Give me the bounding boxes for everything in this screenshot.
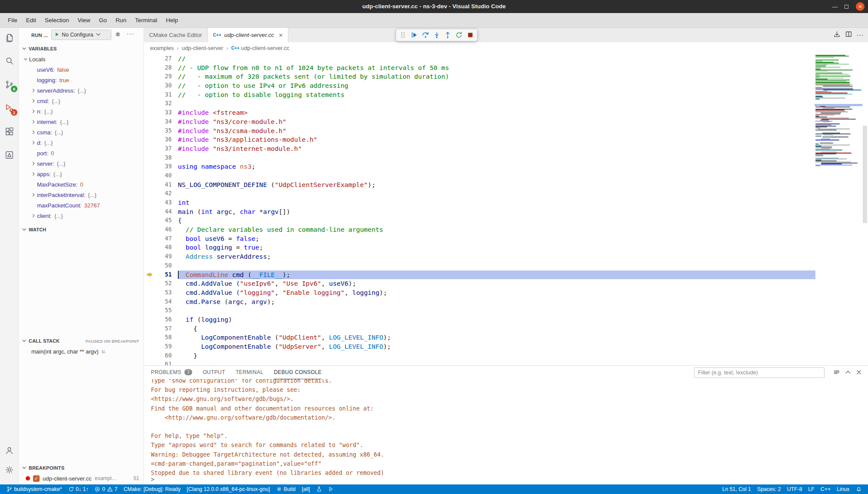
code-line[interactable]: 50	[144, 261, 815, 270]
code-line[interactable]: 31// - option to disable logging stateme…	[144, 90, 815, 100]
activity-explorer[interactable]	[0, 28, 18, 47]
console-menu-icon[interactable]	[833, 369, 840, 377]
breakpoint-margin[interactable]	[144, 81, 155, 90]
variables-section-header[interactable]: VARIABLES	[19, 43, 144, 54]
code-line[interactable]: 47 bool useV6 = false;	[144, 234, 815, 244]
activity-source-control[interactable]: 6	[0, 75, 18, 94]
menu-item-edit[interactable]: Edit	[22, 15, 40, 26]
breakpoint-margin[interactable]	[144, 72, 155, 81]
code-line[interactable]: 61	[144, 360, 815, 365]
watch-section-header[interactable]: WATCH	[19, 224, 144, 235]
breakpoint-margin[interactable]	[144, 154, 155, 163]
minimap[interactable]	[815, 53, 861, 167]
breakpoint-margin[interactable]	[144, 108, 155, 117]
breakpoint-margin[interactable]	[144, 315, 155, 324]
breadcrumb-item-examples[interactable]: examples	[150, 45, 174, 51]
console-filter-input[interactable]	[694, 367, 825, 378]
variable-row[interactable]: client:{...}	[19, 210, 144, 221]
breakpoint-margin[interactable]	[144, 54, 155, 63]
code-line[interactable]: 57 {	[144, 324, 815, 334]
breakpoint-margin[interactable]	[144, 351, 155, 360]
close-button[interactable]: ✕	[856, 2, 865, 11]
panel-tab-terminal[interactable]: TERMINAL	[236, 366, 264, 379]
breakpoint-margin[interactable]	[144, 180, 155, 190]
stop-button[interactable]	[464, 30, 476, 41]
restart-button[interactable]	[454, 30, 465, 41]
step-into-button[interactable]	[431, 30, 442, 41]
close-panel-icon[interactable]	[855, 369, 862, 377]
breakpoint-margin[interactable]	[144, 189, 155, 198]
activity-cmake[interactable]	[0, 145, 18, 164]
restore-button[interactable]	[842, 0, 851, 13]
breakpoint-margin[interactable]	[144, 117, 155, 127]
activity-search[interactable]	[0, 51, 18, 70]
status-tools[interactable]: Build	[273, 484, 299, 494]
variable-row[interactable]: maxPacketCount:32767	[19, 200, 144, 210]
code-line[interactable]: 27//	[144, 54, 815, 63]
call-stack-frame[interactable]: main(int argc, char ** argv)u.	[19, 346, 144, 357]
breakpoint-checkbox[interactable]: ✓	[33, 475, 40, 482]
menu-item-selection[interactable]: Selection	[40, 15, 73, 26]
variable-row[interactable]: logging:true	[19, 75, 144, 85]
code-line[interactable]: 34#include "ns3/core-module.h"	[144, 117, 815, 127]
breakpoints-section-header[interactable]: BREAKPOINTS	[19, 463, 144, 473]
variable-row[interactable]: apps:{...}	[19, 169, 144, 179]
code-line[interactable]: 44main (int argc, char *argv[])	[144, 207, 815, 217]
breakpoint-margin[interactable]	[144, 144, 155, 154]
code-line[interactable]: 39using namespace ns3;	[144, 162, 815, 171]
status-error[interactable]: 07	[91, 484, 120, 494]
breakpoint-margin[interactable]	[144, 63, 155, 73]
breakpoint-margin[interactable]	[144, 261, 155, 270]
breakpoint-margin[interactable]	[144, 135, 155, 144]
status-all[interactable]: [all]	[299, 484, 313, 494]
status-git-branch[interactable]: buildsystem-cmake*	[3, 484, 65, 494]
code-line[interactable]: 48 bool logging = true;	[144, 243, 815, 252]
activity-extensions[interactable]	[0, 122, 18, 141]
code-line[interactable]: 32	[144, 99, 815, 108]
breakpoint-margin[interactable]	[144, 252, 155, 261]
variable-row[interactable]: MaxPacketSize:0	[19, 179, 144, 190]
activity-run-and-debug[interactable]: 1	[0, 98, 18, 117]
status-sync[interactable]: 0↓ 1↑	[65, 484, 92, 494]
status-bell[interactable]	[853, 484, 865, 494]
variable-row[interactable]: d:{...}	[19, 137, 144, 148]
code-line[interactable]: 43int	[144, 198, 815, 207]
minimize-button[interactable]: —	[831, 0, 839, 13]
code-line[interactable]: 51 CommandLine cmd (__FILE__);	[144, 270, 815, 280]
status-spaces-2[interactable]: Spaces: 2	[754, 484, 784, 494]
activity-settings[interactable]	[0, 460, 18, 479]
more-actions-icon[interactable]: ···	[857, 31, 864, 39]
breakpoint-margin[interactable]	[144, 297, 155, 307]
split-editor-icon[interactable]	[845, 30, 852, 40]
breakpoint-margin[interactable]	[144, 279, 155, 288]
breakpoint-item[interactable]: ✓udp-client-server.ccexampl...51	[19, 473, 144, 484]
continue-button[interactable]	[409, 30, 420, 41]
status-beaker[interactable]	[313, 484, 325, 494]
status-cmake-debug-ready[interactable]: CMake: [Debug]: Ready	[120, 484, 184, 494]
code-line[interactable]: 53 cmd.AddValue ("logging", "Enable logg…	[144, 288, 815, 297]
variable-row[interactable]: port:0	[19, 148, 144, 158]
code-line[interactable]: 54 cmd.Parse (argc, argv);	[144, 297, 815, 307]
variable-row[interactable]: n:{...}	[19, 106, 144, 117]
activity-account[interactable]	[0, 441, 18, 460]
breakpoint-margin[interactable]	[144, 171, 155, 180]
breakpoint-margin[interactable]	[144, 243, 155, 252]
code-line[interactable]: 52 cmd.AddValue ("useIpv6", "Use Ipv6", …	[144, 279, 815, 288]
code-line[interactable]: 29// - maximum of 320 packets sent (or l…	[144, 72, 815, 81]
close-icon[interactable]: ×	[279, 31, 283, 39]
menu-item-go[interactable]: Go	[95, 15, 111, 26]
code-line[interactable]: 35#include "ns3/csma-module.h"	[144, 127, 815, 136]
breakpoint-margin[interactable]	[144, 99, 155, 108]
code-line[interactable]: 38	[144, 154, 815, 163]
code-line[interactable]: 60 }	[144, 351, 815, 360]
menu-item-terminal[interactable]: Terminal	[130, 15, 161, 26]
step-out-button[interactable]	[442, 30, 454, 41]
variable-row[interactable]: serverAddress:{...}	[19, 85, 144, 96]
more-actions-icon[interactable]: ···	[127, 30, 134, 37]
code-line[interactable]: 49 Address serverAddress;	[144, 252, 815, 261]
variable-row[interactable]: internet:{...}	[19, 117, 144, 127]
breakpoint-margin[interactable]	[144, 333, 155, 342]
breakpoint-margin[interactable]	[144, 198, 155, 207]
debug-config-dropdown[interactable]: No Configura	[51, 30, 111, 40]
breakpoint-margin[interactable]	[144, 90, 155, 100]
